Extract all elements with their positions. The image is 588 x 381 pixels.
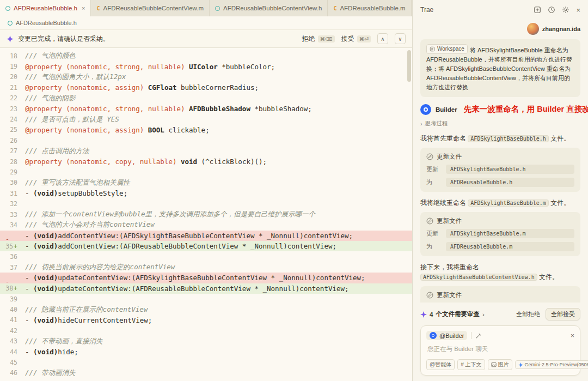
accept-label: 接受: [341, 34, 354, 44]
chevron-right-icon: ›: [420, 120, 422, 127]
file-name-chip: AFDSkylightBaseBubble.m: [468, 199, 548, 207]
update-card-header: 更新文件: [426, 291, 574, 299]
update-row-label: 为: [426, 243, 440, 251]
code-line: 27/// 点击调用的方法: [0, 146, 412, 156]
accept-button[interactable]: 接受 ⌘⏎: [341, 34, 371, 44]
chat-input[interactable]: 您正在与 Builder 聊天: [427, 345, 573, 353]
model-name: Gemini-2.5-Pro-Preview(0506): [525, 362, 588, 367]
thinking-label: 思考过程: [425, 120, 448, 128]
editor-scrollbar[interactable]: [407, 50, 411, 82]
code-text: - (void)setupBubbleStyle;: [25, 189, 127, 197]
history-icon[interactable]: [548, 6, 555, 14]
code-text: @property (nonatomic, strong, nullable) …: [25, 63, 275, 71]
step-text-before: 接下来，我将重命名: [420, 263, 479, 271]
code-text: /// 是否可点击，默认是 YES: [25, 115, 119, 124]
assistant-identity-row: Builder 先来一波重命名，用 Builder 直接改: [420, 104, 580, 115]
prompt-enhance-wand-icon[interactable]: [475, 332, 482, 339]
code-text: /// 隐藏当前正在展示的contentView: [25, 305, 148, 315]
chat-composer[interactable]: @Builder × 您正在与 Builder 聊天 @智能体 # 上下文 图片…: [420, 325, 580, 376]
line-number: 36: [0, 253, 25, 261]
composer-bottom-row: @智能体 # 上下文 图片 Gemini-2.5-Pro-Preview(050…: [426, 359, 574, 370]
agent-mention-chip[interactable]: @智能体: [426, 359, 455, 370]
reject-button[interactable]: 拒绝 ⌘⌫: [302, 34, 335, 44]
image-chip-label: 图片: [498, 361, 509, 368]
tab-afdreusablebubble-m[interactable]: C AFDReusableBubble.m: [328, 0, 411, 16]
code-text: @property (nonatomic, assign) BOOL click…: [25, 126, 210, 134]
editor-pane: AFDReusableBubble.h × C AFDReusableBubbl…: [0, 0, 413, 381]
tab-label: AFDReusableBubbleContentView.h: [223, 5, 322, 11]
chat-messages[interactable]: zhangnan.ida Workspace 将 AFDSkylightBase…: [413, 20, 588, 303]
image-chip[interactable]: 图片: [488, 359, 512, 370]
line-number: 32: [0, 200, 25, 208]
line-number: 27: [0, 147, 25, 155]
objc-impl-file-icon: C: [96, 5, 100, 11]
settings-gear-icon[interactable]: [562, 6, 569, 14]
line-number: 38+: [0, 285, 25, 292]
update-row: 为 AFDReusableBubble.m: [426, 242, 574, 251]
agent-chip-label: @Builder: [439, 332, 464, 339]
agent-chip[interactable]: @Builder: [426, 331, 467, 340]
code-line: -- (void)addContentView:(AFDSkylightBase…: [0, 231, 412, 241]
tab-label: AFDReusableBubbleContentView.m: [103, 5, 204, 11]
code-text: - (void)addContentView:(AFDSkylightBaseB…: [25, 232, 353, 240]
code-text: - (void)updateContentView:(AFDSkylightBa…: [25, 274, 365, 282]
breadcrumb[interactable]: AFDReusableBubble.h: [0, 16, 412, 29]
edit-pencil-icon: [426, 153, 433, 160]
code-editor[interactable]: 18/// 气泡的颜色19@property (nonatomic, stron…: [0, 48, 412, 381]
gemini-model-icon: [518, 362, 523, 367]
code-text: @property (nonatomic, strong, nullable) …: [25, 105, 312, 113]
tab-afdreusablebubblecontentview-m[interactable]: C AFDReusableBubbleContentView.m: [91, 0, 210, 16]
code-text: - (void)hideCurrentContentView;: [25, 316, 152, 324]
line-number: 46: [0, 369, 25, 377]
previous-change-button[interactable]: ∧: [377, 33, 388, 44]
code-text: /// 切换当前展示的内容为给定的contentView: [25, 263, 175, 272]
line-number: 41: [0, 316, 25, 324]
code-line: 19@property (nonatomic, strong, nullable…: [0, 61, 412, 71]
panel-title: Trae: [420, 6, 433, 14]
files-review-row[interactable]: 4 个文件需要审查 › 全部拒绝 全部接受: [420, 308, 580, 320]
close-panel-icon[interactable]: ×: [576, 6, 580, 14]
code-line: 40/// 隐藏当前正在展示的contentView: [0, 304, 412, 315]
step-text-after: 文件。: [549, 135, 570, 142]
tab-label: AFDReusableBubble.h: [14, 5, 77, 11]
line-number: 26: [0, 137, 25, 144]
objc-header-file-icon: [5, 6, 10, 11]
thinking-process-toggle[interactable]: › 思考过程: [420, 120, 580, 128]
update-card-title: 更新文件: [437, 291, 462, 299]
code-line: 30/// 重写该方法配置气泡相关属性: [0, 178, 412, 188]
assistant-step-text: 我将继续重命名 AFDSkylightBaseBubble.m 文件。: [420, 198, 580, 208]
new-chat-icon[interactable]: [534, 6, 541, 14]
line-number: 30: [0, 179, 25, 186]
breadcrumb-file: AFDReusableBubble.h: [16, 20, 77, 26]
code-text: /// 气泡的颜色: [25, 51, 76, 61]
assistant-step-text: 我将首先重命名 AFDSkylightBaseBubble.h 文件。: [420, 134, 580, 143]
tab-afdreusablebubblecontentview-h[interactable]: AFDReusableBubbleContentView.h: [210, 0, 328, 16]
diff-added-marker: +: [14, 243, 17, 250]
accept-all-button[interactable]: 全部接受: [546, 308, 580, 320]
line-number: 20: [0, 73, 25, 81]
line-number: 21: [0, 84, 25, 92]
code-line: 22/// 气泡的阴影: [0, 93, 412, 104]
code-line: 39: [0, 294, 412, 304]
line-number: 34: [0, 221, 25, 229]
user-identity-row: zhangnan.ida: [420, 23, 580, 35]
assistant-name: Builder: [436, 106, 457, 113]
close-icon[interactable]: ×: [82, 5, 85, 11]
diff-message: 变更已完成，请确认是否采纳。: [18, 34, 109, 44]
context-chip[interactable]: # 上下文: [457, 359, 485, 370]
close-icon[interactable]: ×: [571, 332, 574, 340]
code-line: 29: [0, 167, 412, 177]
model-selector[interactable]: Gemini-2.5-Pro-Preview(0506): [515, 360, 588, 369]
update-row-value: AFDReusableBubble.h: [446, 178, 574, 187]
code-text: /// 气泡的阴影: [25, 94, 76, 103]
review-actions: 全部拒绝 全部接受: [516, 308, 580, 320]
update-row-label: 为: [426, 178, 440, 186]
reject-all-button[interactable]: 全部拒绝: [516, 310, 540, 318]
code-line: 25@property (nonatomic, assign) BOOL cli…: [0, 125, 412, 135]
update-row-value: AFDSkylightBaseBubble.m: [446, 229, 574, 238]
tab-afdreusablebubble-h[interactable]: AFDReusableBubble.h ×: [0, 0, 91, 16]
objc-impl-file-icon: C: [333, 5, 336, 11]
user-name: zhangnan.ida: [542, 26, 580, 32]
next-change-button[interactable]: ∨: [395, 33, 406, 44]
code-line: 32: [0, 198, 412, 209]
